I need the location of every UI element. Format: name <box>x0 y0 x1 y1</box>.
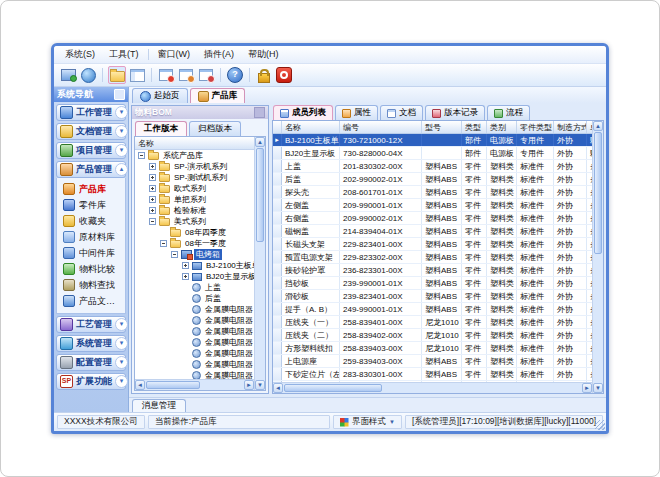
menu-item[interactable]: 帮助(H) <box>241 47 286 62</box>
tab-版本记录[interactable]: 版本记录 <box>425 105 485 120</box>
column-header-类别[interactable]: 类别 <box>487 121 517 133</box>
column-header-编号[interactable]: 编号 <box>340 121 422 133</box>
tree-node-后盖[interactable]: 后盖 <box>135 293 254 304</box>
tab-成员列表[interactable]: 成员列表 <box>273 105 333 120</box>
sidebar-group-扩展功能[interactable]: 扩展功能▾ <box>56 373 126 390</box>
tree-node-金属膜电阻器[interactable]: 金属膜电阻器 <box>135 348 254 359</box>
table-row[interactable]: BJ20主显示板730-828000-04X部件电源板专用件外协颗 <box>273 147 592 160</box>
tree-node-BJ20主显示板[interactable]: BJ20主显示板 <box>135 271 254 282</box>
menu-item[interactable]: 系统(S) <box>58 47 102 62</box>
tree-node-检验标准[interactable]: 检验标准 <box>135 205 254 216</box>
expand-icon[interactable] <box>182 273 189 280</box>
scroll-down-icon[interactable]: ▼ <box>593 383 603 393</box>
table-row[interactable]: 左侧盖209-990001-01X塑料ABS零件塑料类标准件外协条 <box>273 199 592 212</box>
scroll-left-icon[interactable]: ◄ <box>135 380 145 390</box>
tree-node-金属膜电阻器[interactable]: 金属膜电阻器 <box>135 337 254 348</box>
tree-node-BJ-2100主板单点[interactable]: BJ-2100主板单点 <box>135 260 254 271</box>
exit-icon[interactable] <box>275 66 293 84</box>
table-row[interactable]: 上盖201-830302-00X塑料ABS零件塑料类标准件外协条 <box>273 160 592 173</box>
sidebar-item-收藏夹[interactable]: 收藏夹 <box>57 213 125 229</box>
bom-tab-归档版本[interactable]: 归档版本 <box>189 121 241 136</box>
table-row[interactable]: 挡砂板239-990001-01X塑料ABS零件塑料类标准件外协条 <box>273 277 592 290</box>
table-row[interactable]: 长磁头支架229-823401-00X塑料ABS零件塑料类标准件外协条 <box>273 238 592 251</box>
window-delete-icon[interactable] <box>197 66 215 84</box>
table-row[interactable]: 提手（A. B）249-990001-01X塑料ABS零件塑料类标准件外协条 <box>273 303 592 316</box>
scroll-down-icon[interactable]: ▼ <box>255 380 265 390</box>
sidebar-group-配置管理[interactable]: 配置管理▾ <box>56 354 126 371</box>
expand-icon[interactable] <box>149 163 156 170</box>
tree-node-金属膜电阻器[interactable]: 金属膜电阻器 <box>135 359 254 370</box>
tree-node-金属膜电阻器[interactable]: 金属膜电阻器 <box>135 315 254 326</box>
column-header-类型[interactable]: 类型 <box>462 121 487 133</box>
sidebar-item-产品文档查找[interactable]: 产品文档查找 <box>57 293 125 309</box>
table-row[interactable]: 下砂定位片（左）283-830301-00X塑料ABS零件塑料类标准件外协条 <box>273 368 592 381</box>
collapse-icon[interactable] <box>160 240 167 247</box>
tab-属性[interactable]: 属性 <box>335 105 378 120</box>
table-row[interactable]: ▸BJ-2100主板单点730-721000-12X部件电源板专用件外协颗 <box>273 134 592 147</box>
scroll-thumb[interactable] <box>146 381 200 389</box>
folder-open-icon[interactable] <box>108 66 126 84</box>
sidebar-collapse-button[interactable] <box>114 89 125 100</box>
doc-tab-起始页[interactable]: 起始页 <box>132 88 188 103</box>
expand-icon[interactable] <box>182 262 189 269</box>
table-row[interactable]: 后盖202-990002-01X塑料ABS零件塑料类标准件外协条 <box>273 173 592 186</box>
help-icon[interactable]: ? <box>226 66 244 84</box>
tree-column-header[interactable]: 名称 <box>135 137 254 150</box>
expand-icon[interactable] <box>149 185 156 192</box>
table-row[interactable]: 方形塑料线扣258-839403-00X尼龙1010零件塑料类标准件外协条 <box>273 342 592 355</box>
tree-node-08年一季度[interactable]: 08年一季度 <box>135 238 254 249</box>
tab-流程[interactable]: 流程 <box>487 105 530 120</box>
sidebar-item-物料比较[interactable]: 物料比较 <box>57 261 125 277</box>
expand-icon[interactable] <box>149 207 156 214</box>
sidebar-item-中间件库[interactable]: 中间件库 <box>57 245 125 261</box>
table-row[interactable]: 磁钢盖214-839404-01X塑料ABS零件塑料类标准件外协条 <box>273 225 592 238</box>
menu-item[interactable]: 插件(A) <box>197 47 241 62</box>
table-row[interactable]: 右侧盖209-990002-01X塑料ABS零件塑料类标准件外协条 <box>273 212 592 225</box>
resize-grip[interactable] <box>595 420 605 430</box>
tree-node-SP-测试机系列[interactable]: SP-测试机系列 <box>135 172 254 183</box>
bom-tab-工作版本[interactable]: 工作版本 <box>135 121 187 136</box>
expand-icon[interactable] <box>149 174 156 181</box>
scroll-left-icon[interactable]: ◄ <box>273 383 283 393</box>
sidebar-item-零件库[interactable]: 零件库 <box>57 197 125 213</box>
column-header-零件类型[interactable]: 零件类型 <box>517 121 554 133</box>
tree-node-08年四季度[interactable]: 08年四季度 <box>135 227 254 238</box>
collapse-icon[interactable] <box>171 251 178 258</box>
sidebar-group-项目管理[interactable]: 项目管理▾ <box>56 142 126 159</box>
tab-文档[interactable]: 文档 <box>380 105 423 120</box>
table-row[interactable]: 预置电源支架229-823302-00X塑料ABS零件塑料类标准件外协条 <box>273 251 592 264</box>
sidebar-group-系统管理[interactable]: 系统管理▾ <box>56 335 126 352</box>
sidebar-item-产品库[interactable]: 产品库 <box>57 181 125 197</box>
tree-node-金属膜电阻器[interactable]: 金属膜电阻器 <box>135 370 254 379</box>
table-row[interactable]: 上电源座259-839403-00X塑料ABS零件塑料类标准件外协条 <box>273 355 592 368</box>
tree-node-金属膜电阻器[interactable]: 金属膜电阻器 <box>135 304 254 315</box>
doc-tab-产品库[interactable]: 产品库 <box>190 88 246 103</box>
table-row[interactable]: 接砂轮护罩236-823301-00X塑料ABS零件塑料类标准件外协条 <box>273 264 592 277</box>
tree-node-单把系列[interactable]: 单把系列 <box>135 194 254 205</box>
tree-node-系统产品库[interactable]: 系统产品库 <box>135 150 254 161</box>
sidebar-group-产品管理[interactable]: 产品管理▴ <box>56 161 126 178</box>
table-row[interactable]: 压线夹（二）258-839402-00X尼龙1010零件塑料类标准件外协条 <box>273 329 592 342</box>
bom-panel-pin-button[interactable] <box>254 107 265 118</box>
sidebar-group-文档管理[interactable]: 文档管理▾ <box>56 123 126 140</box>
menu-item[interactable]: 窗口(W) <box>151 47 198 62</box>
scroll-right-icon[interactable]: ► <box>582 383 592 393</box>
tree-node-上盖[interactable]: 上盖 <box>135 282 254 293</box>
tree-node-金属膜电阻器[interactable]: 金属膜电阻器 <box>135 326 254 337</box>
tree-node-美式系列[interactable]: 美式系列 <box>135 216 254 227</box>
tab-message-management[interactable]: 消息管理 <box>132 399 186 412</box>
table-row[interactable]: 压线夹（一）258-839401-00X尼龙1010零件塑料类标准件外协条 <box>273 316 592 329</box>
sidebar-item-原材料库[interactable]: 原材料库 <box>57 229 125 245</box>
scroll-up-icon[interactable]: ▲ <box>255 137 265 147</box>
collapse-icon[interactable] <box>149 218 156 225</box>
column-header-制造方式[interactable]: 制造方式 <box>554 121 587 133</box>
globe-icon[interactable] <box>79 66 97 84</box>
expand-icon[interactable] <box>149 196 156 203</box>
ui-style-selector[interactable]: 界面样式 ▼ <box>333 415 402 429</box>
menu-item[interactable]: 工具(T) <box>102 47 146 62</box>
tree-node-SP-演示机系列[interactable]: SP-演示机系列 <box>135 161 254 172</box>
scroll-thumb[interactable] <box>256 148 264 242</box>
collapse-icon[interactable] <box>138 152 145 159</box>
tree-node-欧式系列[interactable]: 欧式系列 <box>135 183 254 194</box>
scroll-up-icon[interactable]: ▲ <box>593 121 603 131</box>
